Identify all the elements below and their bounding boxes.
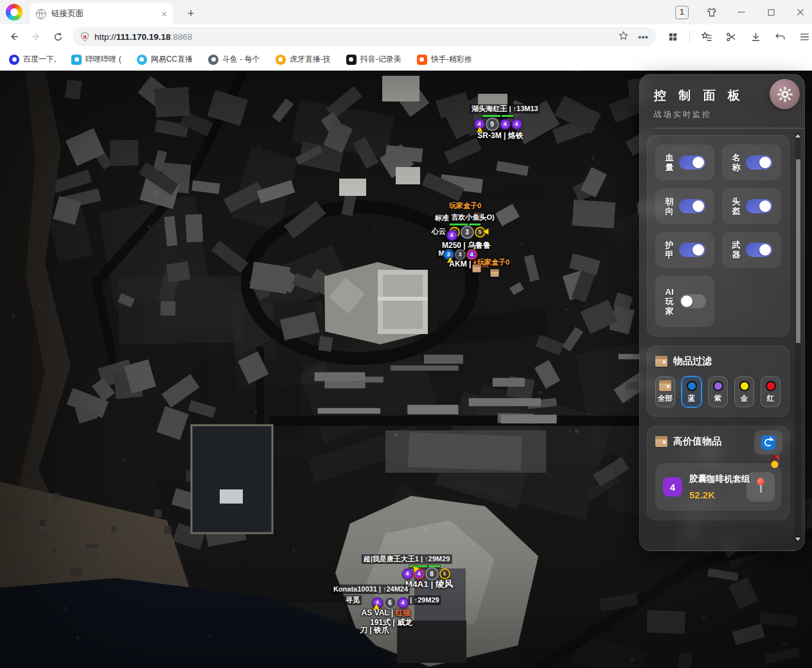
window-maximize-button[interactable] bbox=[764, 6, 777, 19]
undo-icon[interactable] bbox=[772, 29, 788, 44]
bookmark-label: 抖音-记录美 bbox=[360, 54, 402, 65]
filter-blue-button[interactable]: 蓝 bbox=[682, 376, 702, 407]
tab-close-icon[interactable]: × bbox=[161, 9, 167, 19]
pin-location-button[interactable] bbox=[746, 472, 775, 502]
bookmark-item-3[interactable]: 斗鱼 - 每个 bbox=[208, 54, 260, 65]
bookmark-label: 哔哩哔哩 ( bbox=[85, 54, 121, 65]
window-minimize-button[interactable] bbox=[735, 6, 748, 19]
player-name-label: 寻觅 bbox=[344, 595, 362, 605]
equipment-badge: 4 bbox=[500, 119, 511, 130]
browser-logo-icon[interactable] bbox=[6, 4, 22, 21]
toggle-ai-players[interactable]: AI玩家 bbox=[655, 276, 714, 327]
filter-options: 全部 蓝 紫 金 红 bbox=[655, 376, 781, 407]
player-name-label: 超|我是唐王大王1 | ↑29M29 bbox=[362, 554, 452, 564]
browser-tab[interactable]: 链接页面 × bbox=[30, 3, 173, 24]
refresh-button[interactable] bbox=[754, 430, 782, 455]
loot-box-label: 玩家盒子0 bbox=[448, 201, 482, 210]
bookmark-item-0[interactable]: 百度一下, bbox=[9, 54, 56, 65]
url-host: 111.170.19.18 bbox=[116, 32, 171, 42]
panel-body: 血量 名称 朝向 头盔 护甲 武器 AI玩家 物品过滤 全部 蓝 紫 bbox=[646, 131, 791, 544]
screenshot-scissors-icon[interactable] bbox=[723, 29, 739, 44]
url-scheme: http:// bbox=[94, 32, 116, 42]
filter-red-button[interactable]: 红 bbox=[761, 376, 781, 407]
menu-hamburger-icon[interactable] bbox=[797, 29, 812, 44]
toggle-health[interactable]: 血量 bbox=[655, 145, 714, 180]
filter-all-button[interactable]: 全部 bbox=[655, 376, 675, 407]
bookmark-favicon bbox=[208, 55, 218, 65]
bookmark-label: 网易CC直播 bbox=[151, 54, 193, 65]
bookmark-favicon bbox=[276, 55, 286, 65]
more-options-icon[interactable]: ••• bbox=[638, 31, 648, 42]
new-tab-button[interactable]: + bbox=[182, 5, 199, 22]
equipment-badge: 4 bbox=[402, 568, 413, 579]
globe-favicon-icon bbox=[36, 9, 46, 19]
red-rarity-dot-icon bbox=[766, 381, 776, 391]
player-name-label: 湖头海红王 | ↑13M13 bbox=[470, 104, 540, 114]
control-panel: 控 制 面 板 战场实时监控 血量 名称 朝向 头盔 护甲 武器 AI玩家 bbox=[639, 74, 805, 551]
bookmark-item-4[interactable]: 虎牙直播-技 bbox=[276, 54, 331, 65]
item-name: 胶囊咖啡机套组 bbox=[689, 473, 750, 485]
player-name-label: Konata10031 | ↑24M24 bbox=[331, 584, 410, 594]
download-icon[interactable] bbox=[748, 29, 763, 44]
toggle-name[interactable]: 名称 bbox=[722, 145, 781, 180]
equipment-badge: 3 bbox=[461, 225, 474, 239]
filter-gold-button[interactable]: 金 bbox=[734, 376, 754, 407]
toolbar-separator bbox=[689, 31, 690, 42]
bookmark-favicon bbox=[9, 55, 19, 65]
item-info: 胶囊咖啡机套组 52.2K bbox=[689, 473, 750, 500]
box-icon bbox=[655, 356, 667, 367]
window-close-button[interactable] bbox=[794, 6, 807, 19]
toggle-weapon[interactable]: 武器 bbox=[722, 232, 781, 268]
toggle-switch bbox=[680, 294, 706, 308]
insecure-shield-icon[interactable] bbox=[80, 31, 89, 42]
player-name-label: | ↑29M29 bbox=[408, 595, 441, 605]
direction-indicator bbox=[483, 229, 489, 235]
toggle-switch bbox=[746, 155, 772, 170]
panel-scrollbar[interactable] bbox=[795, 132, 801, 543]
rarity-badge: 4 bbox=[663, 477, 682, 497]
bookmark-item-5[interactable]: 抖音-记录美 bbox=[346, 54, 402, 65]
equipment-badges: 4 bbox=[446, 230, 457, 241]
theme-shirt-icon[interactable] bbox=[705, 6, 718, 19]
bookmark-item-6[interactable]: 快手-精彩推 bbox=[417, 54, 472, 65]
bookmark-item-1[interactable]: 哔哩哔哩 ( bbox=[71, 54, 121, 65]
apps-grid-icon[interactable] bbox=[665, 29, 680, 44]
bookmark-favicon bbox=[417, 55, 427, 65]
forward-button[interactable] bbox=[28, 28, 44, 45]
address-bar[interactable]: http://111.170.19.18:8868 ••• bbox=[73, 27, 656, 46]
favorites-list-icon[interactable] bbox=[699, 29, 714, 44]
loot-box-icon bbox=[491, 269, 499, 277]
player-name-label: 言欢小鱼头O) bbox=[449, 213, 496, 222]
toggle-switch bbox=[746, 243, 772, 257]
toggle-helmet[interactable]: 头盔 bbox=[722, 188, 781, 224]
toggle-switch bbox=[679, 243, 705, 257]
toggle-switch bbox=[679, 199, 705, 213]
panel-subtitle: 战场实时监控 bbox=[654, 109, 804, 120]
scroll-up-icon[interactable] bbox=[795, 134, 800, 137]
toggle-direction[interactable]: 朝向 bbox=[655, 188, 714, 224]
bookmarks-bar: 百度一下,哔哩哔哩 (网易CC直播斗鱼 - 每个虎牙直播-技抖音-记录美快手-精… bbox=[0, 49, 812, 71]
tab-title: 链接页面 bbox=[51, 8, 156, 19]
item-value: 52.2K bbox=[689, 489, 750, 500]
medal-icon bbox=[771, 455, 780, 470]
filter-purple-button[interactable]: 紫 bbox=[708, 376, 728, 407]
scroll-down-icon[interactable] bbox=[795, 538, 800, 541]
scrollbar-thumb[interactable] bbox=[796, 159, 800, 343]
high-value-item[interactable]: 4 胶囊咖啡机套组 52.2K bbox=[655, 463, 781, 511]
display-toggles-card: 血量 名称 朝向 头盔 护甲 武器 AI玩家 bbox=[647, 135, 790, 337]
toggle-switch bbox=[746, 199, 772, 213]
bookmark-item-2[interactable]: 网易CC直播 bbox=[137, 54, 193, 65]
equipment-badge: 5 bbox=[439, 568, 450, 579]
url-text: http://111.170.19.18:8868 bbox=[94, 32, 609, 42]
bookmark-star-icon[interactable] bbox=[618, 30, 629, 43]
settings-gear-button[interactable] bbox=[770, 79, 800, 109]
equipment-badge: 4 bbox=[398, 597, 409, 608]
toggle-armor[interactable]: 护甲 bbox=[655, 232, 714, 268]
tab-count-badge[interactable]: 1 bbox=[675, 6, 689, 19]
high-value-card: 高价值物品 4 胶囊咖啡机套组 52.2K bbox=[647, 426, 790, 520]
loot-box-label: 玩家盒子0 bbox=[476, 258, 511, 267]
reload-button[interactable] bbox=[50, 28, 66, 45]
bookmark-label: 快手-精彩推 bbox=[431, 54, 472, 65]
back-button[interactable] bbox=[6, 28, 22, 45]
weapon-label: 刀 | 铁爪 bbox=[360, 625, 389, 636]
